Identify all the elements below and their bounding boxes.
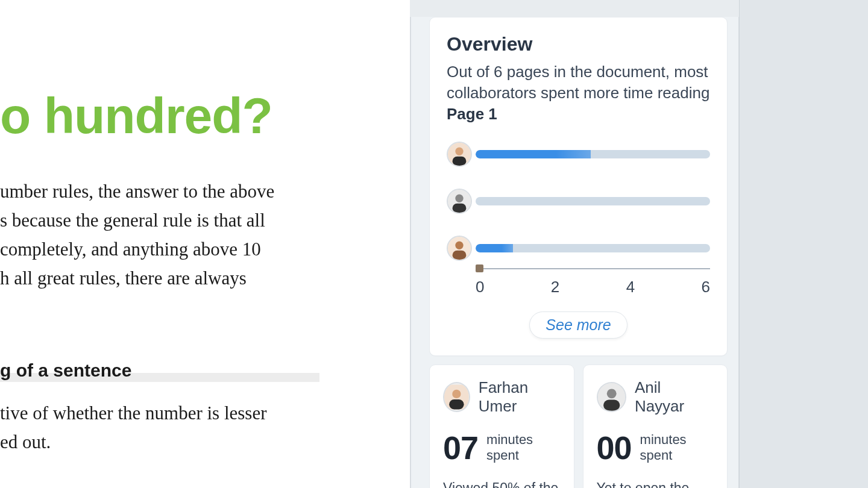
reading-bar-track (476, 150, 710, 158)
reading-bar-track (476, 244, 710, 252)
axis-tick: 2 (551, 278, 559, 296)
axis-line (476, 268, 710, 269)
app-layout: o hundred? umber rules, the answer to th… (0, 0, 868, 488)
collaborator-name: Anil Nayyar (635, 378, 714, 416)
svg-rect-5 (453, 204, 467, 213)
collaborator-name: Farhan Umer (479, 378, 561, 416)
minutes-unit: minutes spent (640, 432, 687, 464)
axis-handle[interactable] (476, 264, 483, 272)
avatar (597, 382, 626, 412)
axis-tick: 0 (476, 278, 484, 296)
stats-row: Farhan Umer 07 minutes spent Viewed 50% … (429, 364, 728, 488)
svg-rect-14 (603, 400, 620, 411)
minutes-value: 07 (443, 429, 478, 466)
avatar (443, 382, 470, 412)
reading-bar-row (447, 189, 710, 214)
axis-labels: 0 2 4 6 (476, 278, 710, 296)
overview-description: Out of 6 pages in the document, most col… (447, 61, 710, 125)
minutes-unit: minutes spent (486, 432, 533, 464)
avatar (447, 189, 472, 214)
svg-rect-2 (453, 157, 467, 166)
stat-description: Yet to open the document (597, 480, 714, 488)
stat-metric: 00 minutes spent (597, 429, 714, 466)
svg-point-4 (455, 195, 463, 202)
overview-title: Overview (447, 33, 710, 55)
analytics-panel: Overview Out of 6 pages in the document,… (410, 17, 740, 488)
right-gutter (740, 0, 868, 488)
document-paragraph-1: umber rules, the answer to the above s b… (0, 177, 386, 293)
svg-point-1 (455, 148, 463, 155)
reading-bar-row (447, 142, 710, 167)
svg-rect-8 (453, 251, 467, 260)
reading-bar-fill (476, 150, 591, 158)
reading-bar-track (476, 197, 710, 205)
svg-point-10 (452, 390, 461, 398)
avatar (447, 236, 472, 261)
collaborator-stat-card[interactable]: Farhan Umer 07 minutes spent Viewed 50% … (429, 364, 574, 488)
document-subheading: g of a sentence (0, 359, 319, 382)
stat-head: Farhan Umer (443, 378, 561, 416)
page-axis[interactable]: 0 2 4 6 (476, 262, 710, 298)
stat-description: Viewed 50% of the document (443, 480, 561, 488)
overview-card: Overview Out of 6 pages in the document,… (429, 17, 728, 356)
avatar (447, 142, 472, 167)
document-heading: o hundred? (0, 90, 386, 141)
minutes-value: 00 (597, 429, 632, 466)
axis-tick: 6 (702, 278, 710, 296)
svg-rect-11 (449, 399, 464, 409)
reading-bar-row (447, 236, 710, 261)
stat-metric: 07 minutes spent (443, 429, 561, 466)
analytics-panel-wrap: Overview Out of 6 pages in the document,… (410, 0, 868, 488)
svg-point-7 (455, 242, 463, 249)
svg-point-13 (606, 389, 616, 399)
stat-head: Anil Nayyar (597, 378, 714, 416)
reading-bar-fill (476, 244, 513, 252)
axis-tick: 4 (626, 278, 635, 296)
see-more-button[interactable]: See more (529, 311, 627, 339)
collaborator-stat-card[interactable]: Anil Nayyar 00 minutes spent Yet to open… (583, 364, 728, 488)
document-paragraph-2: tive of whether the number is lesser ed … (0, 399, 386, 457)
document-pane: o hundred? umber rules, the answer to th… (0, 0, 410, 488)
